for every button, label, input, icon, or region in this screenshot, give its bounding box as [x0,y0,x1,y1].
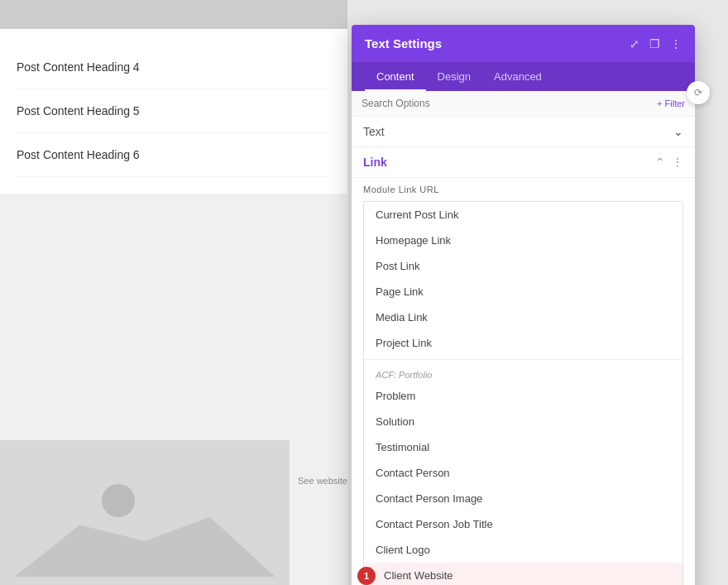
tab-bar: Content Design Advanced [352,62,695,91]
window-icon[interactable]: ❐ [649,37,660,50]
list-item[interactable]: Media Link [364,304,682,330]
bottom-image-placeholder [0,440,290,585]
text-dropdown-label: Text [363,125,385,138]
search-bar: + Filter [352,91,695,117]
module-link-label: Module Link URL [352,178,695,201]
list-item[interactable]: Contact Person [364,460,682,486]
more-icon[interactable]: ⋮ [670,37,682,50]
list-item-client-website[interactable]: Client Website [364,563,682,585]
post-heading-5: Post Content Heading 5 [17,89,331,133]
panel-header-icons: ⤢ ❐ ⋮ [630,37,682,50]
link-dropdown-list: Current Post Link Homepage Link Post Lin… [363,201,683,585]
list-item[interactable]: Project Link [364,330,682,356]
list-item[interactable]: Client Logo [364,537,682,563]
posts-area: Post Content Heading 4 Post Content Head… [0,29,347,194]
list-item[interactable]: Page Link [364,279,682,304]
external-icon[interactable]: ⟳ [687,81,710,104]
settings-panel: Text Settings ⤢ ❐ ⋮ Content Design Advan… [352,25,695,585]
list-item[interactable]: Contact Person Image [364,486,682,511]
link-section-header: Link ⌃ ⋮ [352,147,695,178]
list-item[interactable]: Current Post Link [364,202,682,228]
search-input[interactable] [362,98,657,109]
list-item[interactable]: Homepage Link [364,228,682,253]
list-item[interactable]: Contact Person Job Title [364,511,682,537]
text-dropdown[interactable]: Text ⌄ [352,117,695,147]
chevron-up-icon[interactable]: ⌃ [655,156,665,169]
tab-design[interactable]: Design [426,62,482,91]
list-item[interactable]: Solution [364,409,682,434]
post-heading-6: Post Content Heading 6 [17,133,331,177]
link-section-title: Link [363,156,387,169]
list-item[interactable]: Testimonial [364,434,682,460]
more-options-icon[interactable]: ⋮ [672,156,683,169]
tab-advanced[interactable]: Advanced [482,62,553,91]
list-item[interactable]: Problem [364,383,682,409]
top-banner [0,0,347,29]
panel-title: Text Settings [365,36,442,50]
badge-1: 1 [357,567,376,585]
client-website-wrapper: 1 Client Website [364,563,682,585]
panel-header: Text Settings ⤢ ❐ ⋮ [352,25,695,62]
tab-content[interactable]: Content [365,62,426,91]
see-website-text: See website [298,476,347,486]
dropdown-divider [364,359,682,360]
filter-button[interactable]: + Filter [657,98,685,108]
content-area: Post Content Heading 4 Post Content Head… [0,0,347,585]
acf-group-label: ACF: Portfolio [364,363,682,383]
expand-icon[interactable]: ⤢ [630,37,639,50]
list-item[interactable]: Post Link [364,253,682,279]
post-heading-4: Post Content Heading 4 [17,46,331,89]
chevron-down-icon: ⌄ [673,125,683,138]
link-section-icons: ⌃ ⋮ [655,156,683,169]
